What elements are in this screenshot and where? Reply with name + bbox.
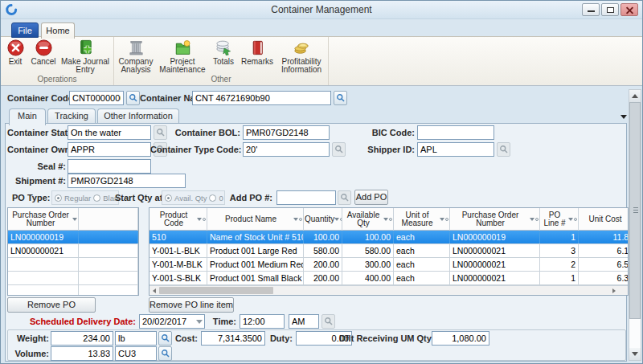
- time-search-button[interactable]: [322, 314, 335, 329]
- filter-funnel-icon[interactable]: [197, 218, 202, 221]
- volume-input[interactable]: [51, 346, 113, 361]
- tab-other-information[interactable]: Other Information: [97, 108, 179, 124]
- col-header-available-qty[interactable]: Available Qty: [342, 208, 394, 231]
- exit-button[interactable]: Exit: [2, 38, 28, 67]
- scrollbar-thumb[interactable]: [159, 287, 273, 294]
- container-management-window: Container Management File Home Exit: [0, 0, 643, 364]
- seal-input[interactable]: [68, 159, 151, 174]
- col-header-unit-cost[interactable]: Unit Cost: [579, 208, 629, 231]
- tab-home[interactable]: Home: [41, 22, 75, 39]
- container-owner-input[interactable]: [68, 142, 151, 157]
- add-po-input[interactable]: [276, 190, 336, 205]
- tab-file[interactable]: File: [11, 22, 39, 38]
- pin-icon[interactable]: [445, 218, 448, 221]
- filter-funnel-icon[interactable]: [383, 218, 388, 221]
- pin-icon[interactable]: [535, 218, 539, 221]
- add-po-button[interactable]: Add PO: [354, 190, 388, 205]
- weight-input[interactable]: [51, 331, 113, 346]
- regular-radio[interactable]: [55, 194, 62, 202]
- line-item-row[interactable]: Y-001-M-BLK Product 001 Medium Red 200.0…: [149, 258, 629, 272]
- ampm-input[interactable]: [289, 314, 319, 329]
- po-grid-row[interactable]: LN000000021: [8, 244, 138, 258]
- totals-button[interactable]: Totals: [209, 38, 238, 67]
- make-journal-entry-button[interactable]: Make Journal Entry: [59, 38, 112, 75]
- container-status-input[interactable]: [68, 125, 151, 140]
- minimize-button[interactable]: [582, 3, 600, 16]
- po-grid-empty-row[interactable]: [8, 285, 138, 296]
- scroll-left-icon[interactable]: [149, 286, 158, 295]
- grid-horizontal-scrollbar[interactable]: [149, 285, 628, 295]
- cancel-button[interactable]: Cancel: [28, 38, 59, 67]
- scroll-right-icon[interactable]: [609, 286, 618, 295]
- pin-icon[interactable]: [389, 218, 392, 221]
- col-header-purchase-order-number[interactable]: Purchase Order Number: [450, 208, 540, 231]
- container-type-code-input[interactable]: [243, 142, 330, 157]
- po-grid-empty-row[interactable]: [8, 272, 138, 285]
- container-code-search-button[interactable]: [126, 91, 140, 105]
- volume-um-search-button[interactable]: [158, 346, 172, 361]
- pin-icon[interactable]: [574, 218, 577, 221]
- shipment-input[interactable]: [68, 174, 186, 188]
- container-name-input[interactable]: [192, 91, 331, 105]
- container-name-search-button[interactable]: [334, 91, 347, 105]
- project-maintenance-button[interactable]: Project Maintenance: [156, 38, 209, 75]
- col-header-quantity[interactable]: Quantity: [304, 208, 342, 231]
- scrollbar-grip-icon: [633, 207, 638, 215]
- po-grid-header-blank[interactable]: [79, 208, 138, 231]
- tab-main[interactable]: Main: [9, 108, 46, 125]
- filter-funnel-icon[interactable]: [334, 218, 339, 221]
- line-item-row[interactable]: 510 Name of Stock Unit # 510 100.00 100.…: [149, 231, 629, 244]
- remarks-icon: [248, 39, 267, 57]
- col-header-po-line[interactable]: PO Line #: [540, 208, 579, 231]
- filter-funnel-icon[interactable]: [72, 218, 77, 221]
- pin-icon[interactable]: [203, 218, 206, 221]
- scrollbar-thumb[interactable]: [629, 102, 641, 319]
- tab-overflow-icon[interactable]: [620, 115, 627, 119]
- volume-um-input[interactable]: [115, 346, 157, 361]
- col-header-product-code[interactable]: Product Code: [149, 208, 207, 231]
- container-code-input[interactable]: [69, 91, 124, 105]
- search-icon: [129, 93, 138, 103]
- container-bol-input[interactable]: [243, 125, 330, 140]
- filter-funnel-icon[interactable]: [293, 218, 298, 221]
- weight-um-input[interactable]: [115, 331, 157, 346]
- shipper-id-search-button[interactable]: [497, 142, 510, 157]
- filter-funnel-icon[interactable]: [530, 218, 534, 221]
- shipper-id-input[interactable]: [417, 142, 494, 157]
- weight-um-search-button[interactable]: [158, 331, 172, 346]
- filter-funnel-icon[interactable]: [440, 218, 444, 221]
- dflt-receiving-um-qty-input[interactable]: [432, 331, 489, 346]
- blanket-radio[interactable]: [93, 194, 100, 202]
- pin-icon[interactable]: [299, 218, 302, 221]
- profitability-information-button[interactable]: Profitability Information: [276, 38, 326, 75]
- col-header-unit-of-measure[interactable]: Unit of Measure: [394, 208, 450, 231]
- company-analysis-button[interactable]: Company Analysis: [116, 38, 156, 75]
- remarks-button[interactable]: Remarks: [238, 38, 276, 67]
- line-item-row[interactable]: Y-001-S-BLK Product 001 Small Black 200.…: [149, 272, 629, 285]
- group-label-operations: Operations: [2, 75, 112, 85]
- scroll-up-icon[interactable]: [629, 90, 641, 102]
- time-input[interactable]: [240, 314, 285, 329]
- scroll-down-icon[interactable]: [629, 348, 641, 360]
- po-grid-header-purchase-order-number[interactable]: Purchase Order Number: [8, 208, 79, 231]
- container-name-label: Container Name:: [140, 91, 190, 105]
- col-header-product-name[interactable]: Product Name: [207, 208, 304, 231]
- date-dropdown-icon[interactable]: [196, 320, 203, 324]
- line-item-row[interactable]: Y-001-L-BLK Product 001 Large Red 580.00…: [149, 244, 629, 258]
- cost-input[interactable]: [201, 331, 265, 346]
- tab-tracking[interactable]: Tracking: [47, 108, 96, 124]
- po-grid-row[interactable]: LN000000019: [8, 231, 138, 244]
- po-grid-empty-row[interactable]: [8, 258, 138, 272]
- remove-po-button[interactable]: Remove PO: [7, 297, 96, 313]
- avail-qty-radio[interactable]: [165, 194, 172, 202]
- main-vertical-scrollbar[interactable]: [629, 89, 641, 361]
- add-po-search-button[interactable]: [338, 190, 351, 205]
- bic-code-input[interactable]: [417, 125, 494, 140]
- close-button[interactable]: [620, 3, 638, 16]
- company-analysis-icon: [127, 39, 145, 57]
- remove-po-line-item-button[interactable]: Remove PO line item: [149, 297, 234, 313]
- delivery-date-input[interactable]: [139, 314, 205, 329]
- maximize-button[interactable]: [601, 3, 619, 16]
- zero-radio[interactable]: [209, 194, 216, 202]
- filter-funnel-icon[interactable]: [568, 218, 573, 221]
